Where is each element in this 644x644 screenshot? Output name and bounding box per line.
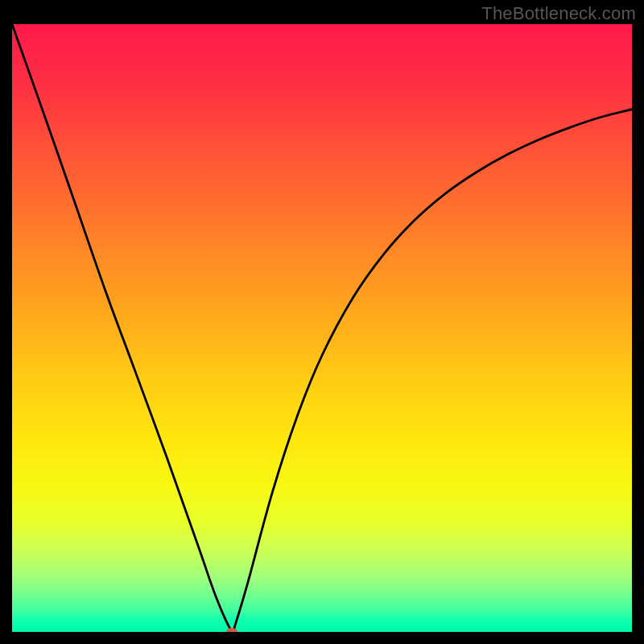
chart-plot-area bbox=[12, 24, 632, 632]
chart-curve-svg bbox=[12, 24, 632, 632]
bottleneck-curve bbox=[12, 24, 632, 632]
watermark-text: TheBottleneck.com bbox=[481, 3, 636, 24]
optimal-point-marker bbox=[226, 628, 237, 632]
